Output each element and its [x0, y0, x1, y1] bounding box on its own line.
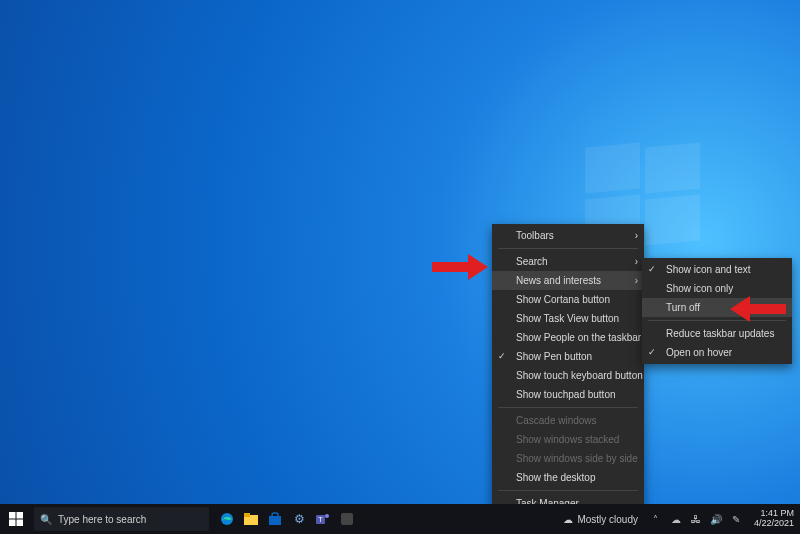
svg-rect-8 — [272, 513, 278, 517]
menu-item-turn-off[interactable]: Turn off — [642, 298, 792, 317]
menu-separator — [648, 320, 786, 321]
menu-item-side-by-side: Show windows side by side — [492, 449, 644, 468]
chevron-right-icon: › — [635, 230, 638, 241]
menu-item-show-touchpad[interactable]: Show touchpad button — [492, 385, 644, 404]
svg-rect-2 — [9, 520, 16, 527]
svg-rect-0 — [9, 512, 16, 519]
menu-item-open-on-hover[interactable]: ✓ Open on hover — [642, 343, 792, 362]
taskbar-app-edge[interactable] — [215, 504, 239, 534]
news-interests-submenu: ✓ Show icon and text Show icon only Turn… — [642, 258, 792, 364]
menu-separator — [498, 490, 638, 491]
menu-item-label: Show icon and text — [666, 264, 751, 275]
news-interests-widget[interactable]: ☁ Mostly cloudy — [557, 514, 644, 525]
menu-item-show-task-view[interactable]: Show Task View button — [492, 309, 644, 328]
menu-separator — [498, 407, 638, 408]
menu-item-label: Turn off — [666, 302, 700, 313]
annotation-arrow — [432, 254, 492, 278]
menu-item-label: Show touchpad button — [516, 389, 616, 400]
taskbar-app-teams[interactable]: T — [311, 504, 335, 534]
menu-item-news-interests[interactable]: News and interests › — [492, 271, 644, 290]
check-icon: ✓ — [648, 264, 656, 274]
taskbar-app-store[interactable] — [263, 504, 287, 534]
svg-rect-3 — [17, 520, 24, 527]
menu-separator — [498, 248, 638, 249]
tray-volume-icon[interactable]: 🔊 — [708, 514, 724, 525]
menu-item-label: Show the desktop — [516, 472, 596, 483]
tray-onedrive-icon[interactable]: ☁ — [668, 514, 684, 525]
menu-item-label: Show windows stacked — [516, 434, 619, 445]
menu-item-show-cortana[interactable]: Show Cortana button — [492, 290, 644, 309]
clock-date: 4/22/2021 — [754, 519, 794, 529]
taskbar-context-menu: Toolbars › Search › News and interests ›… — [492, 224, 644, 534]
menu-item-label: Show People on the taskbar — [516, 332, 641, 343]
menu-item-search[interactable]: Search › — [492, 252, 644, 271]
tray-pen-icon[interactable]: ✎ — [728, 514, 744, 525]
menu-item-label: News and interests — [516, 275, 601, 286]
menu-item-label: Show icon only — [666, 283, 733, 294]
menu-item-label: Show windows side by side — [516, 453, 638, 464]
menu-item-label: Open on hover — [666, 347, 732, 358]
cloud-icon: ☁ — [563, 514, 573, 525]
menu-item-cascade: Cascade windows — [492, 411, 644, 430]
search-placeholder: Type here to search — [58, 514, 146, 525]
menu-item-reduce-updates[interactable]: Reduce taskbar updates — [642, 324, 792, 343]
menu-item-label: Show Pen button — [516, 351, 592, 362]
svg-point-11 — [325, 514, 329, 518]
menu-item-label: Show touch keyboard button — [516, 370, 643, 381]
svg-rect-1 — [17, 512, 24, 519]
desktop: Toolbars › Search › News and interests ›… — [0, 0, 800, 534]
menu-item-show-touch-keyboard[interactable]: Show touch keyboard button — [492, 366, 644, 385]
menu-item-show-people[interactable]: Show People on the taskbar — [492, 328, 644, 347]
menu-item-toolbars[interactable]: Toolbars › — [492, 226, 644, 245]
gear-icon: ⚙ — [294, 512, 305, 526]
menu-item-label: Cascade windows — [516, 415, 597, 426]
svg-rect-6 — [244, 513, 250, 517]
menu-item-label: Show Task View button — [516, 313, 619, 324]
taskbar-app-explorer[interactable] — [239, 504, 263, 534]
tray-chevron-icon[interactable]: ˄ — [648, 514, 664, 525]
menu-item-show-pen[interactable]: ✓ Show Pen button — [492, 347, 644, 366]
check-icon: ✓ — [648, 347, 656, 357]
taskbar-search-box[interactable]: 🔍 Type here to search — [34, 507, 209, 531]
taskbar-app-settings[interactable]: ⚙ — [287, 504, 311, 534]
tray-network-icon[interactable]: 🖧 — [688, 514, 704, 525]
check-icon: ✓ — [498, 351, 506, 361]
taskbar-pinned-apps: ⚙ T — [215, 504, 359, 534]
menu-item-show-icon-only[interactable]: Show icon only — [642, 279, 792, 298]
chevron-right-icon: › — [635, 275, 638, 286]
start-button[interactable] — [0, 504, 32, 534]
menu-item-label: Reduce taskbar updates — [666, 328, 774, 339]
taskbar-app-generic[interactable] — [335, 504, 359, 534]
search-icon: 🔍 — [40, 514, 52, 525]
windows-icon — [9, 512, 23, 526]
menu-item-label: Toolbars — [516, 230, 554, 241]
menu-item-label: Show Cortana button — [516, 294, 610, 305]
menu-item-label: Search — [516, 256, 548, 267]
chevron-right-icon: › — [635, 256, 638, 267]
taskbar-clock[interactable]: 1:41 PM 4/22/2021 — [748, 509, 794, 529]
taskbar-tray: ☁ Mostly cloudy ˄ ☁ 🖧 🔊 ✎ 1:41 PM 4/22/2… — [557, 504, 800, 534]
svg-rect-12 — [341, 513, 353, 525]
menu-item-stacked: Show windows stacked — [492, 430, 644, 449]
svg-text:T: T — [318, 516, 323, 523]
weather-text: Mostly cloudy — [577, 514, 638, 525]
menu-item-show-desktop[interactable]: Show the desktop — [492, 468, 644, 487]
taskbar: 🔍 Type here to search ⚙ T ☁ Mo — [0, 504, 800, 534]
menu-item-show-icon-text[interactable]: ✓ Show icon and text — [642, 260, 792, 279]
